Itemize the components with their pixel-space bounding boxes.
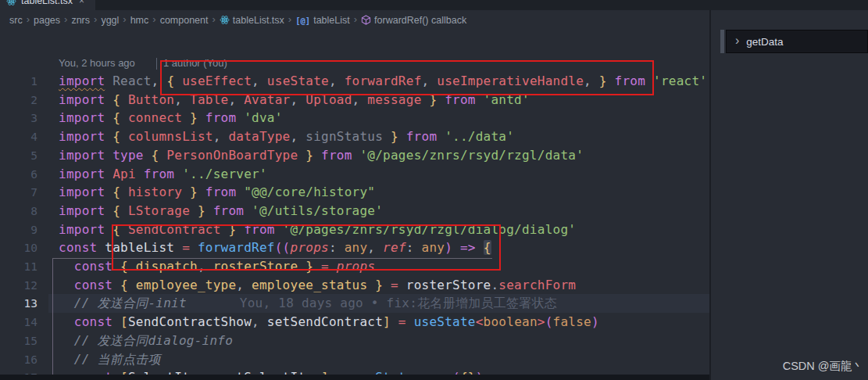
breadcrumb-separator-icon: › (27, 13, 30, 25)
code-token (59, 259, 74, 274)
line-number[interactable]: 13 (0, 294, 38, 313)
code-token (59, 352, 74, 367)
line-number[interactable]: 2 (0, 91, 38, 109)
code-token: const (74, 278, 113, 292)
code-token: } (182, 185, 198, 199)
code-line: 7import { history } from "@@/core/histor… (0, 183, 709, 202)
code-token: React (113, 73, 151, 88)
code-token: { (105, 110, 120, 125)
line-number[interactable]: 10 (0, 238, 38, 257)
code-token: from (198, 185, 236, 199)
code-token: , (236, 278, 252, 292)
tab-label: tableList.tsx (21, 0, 73, 6)
breadcrumb-item-znrs[interactable]: znrs (71, 15, 90, 26)
breadcrumb-item-pages[interactable]: pages (34, 15, 60, 26)
code-token: < (476, 314, 484, 329)
code-line: 15 // 发送合同dialog-info (0, 332, 709, 350)
code-token: { (113, 278, 128, 292)
code-token: { (105, 129, 120, 144)
line-number[interactable]: 1 (0, 72, 38, 91)
line-number[interactable]: 15 (0, 332, 38, 350)
line-number[interactable]: 16 (0, 350, 38, 369)
breadcrumb-item-component[interactable]: component (160, 15, 209, 26)
line-number[interactable]: 5 (0, 146, 38, 165)
code-token: employee_type (128, 278, 236, 292)
code-token: import (59, 129, 105, 144)
close-icon[interactable]: × (79, 0, 84, 6)
code-token: '../data' (437, 129, 514, 144)
breadcrumb-item-yggl[interactable]: yggl (101, 15, 119, 26)
code-token: const (74, 314, 113, 329)
sticky-scroll-getdata[interactable]: › getData (726, 30, 868, 53)
code-token: employee_status (252, 278, 367, 292)
breadcrumb-item-hmc[interactable]: hmc (130, 15, 149, 26)
breadcrumb-label: component (160, 15, 209, 26)
code-token: from (398, 129, 437, 144)
code-token: , (290, 129, 305, 144)
code-token: rosterStore (398, 278, 491, 292)
code-token: ) (591, 314, 599, 329)
breadcrumb-item-forwardref-callback[interactable]: forwardRef() callback (361, 15, 466, 26)
code-line: 13 // 发送合同-initYou, 18 days ago • fix:花名… (0, 294, 709, 313)
line-number[interactable]: 8 (0, 202, 38, 220)
breadcrumb-separator-icon: › (152, 13, 155, 25)
code-token: , (252, 314, 267, 329)
line-number[interactable]: 6 (0, 165, 38, 184)
code-text: const { employee_type, employee_status }… (59, 276, 576, 295)
line-number[interactable]: 4 (0, 127, 38, 146)
line-number[interactable]: 11 (0, 257, 38, 276)
code-text: import { history } from "@@/core/history… (59, 183, 375, 202)
code-token: { (105, 203, 120, 218)
code-line: 8import { LStorage } from '@/utils/stora… (0, 202, 709, 220)
code-token (59, 296, 74, 310)
code-token (59, 278, 74, 292)
code-token: history (120, 185, 182, 199)
code-token (59, 314, 74, 329)
code-token: ( (545, 314, 553, 329)
code-token: . (491, 278, 498, 292)
code-token (105, 73, 113, 88)
breadcrumb-item-tablelist[interactable]: [@]tableList (295, 15, 350, 26)
code-text: import { LStorage } from '@/utils/storag… (59, 202, 383, 220)
code-token: from (313, 148, 352, 163)
code-token: boolean (484, 314, 538, 329)
chevron-right-icon: › (735, 34, 739, 47)
code-token: signStatus (305, 129, 383, 144)
code-token: columnsList (120, 129, 213, 144)
scrollbar-thumb[interactable] (720, 30, 724, 53)
line-number[interactable]: 12 (0, 276, 38, 295)
sticky-function-name: getData (746, 36, 783, 48)
code-token: = (391, 314, 406, 329)
code-text: // 当前点击项 (59, 350, 161, 369)
breadcrumb-item-tablelist-tsx[interactable]: tableList.tsx (220, 15, 284, 26)
line-number[interactable]: 3 (0, 109, 38, 127)
code-line: 5import type { PersonOnBoardType } from … (0, 146, 709, 165)
tab-tablelist[interactable]: tableList.tsx × (0, 0, 95, 10)
code-token: > (538, 314, 545, 329)
horizontal-scrollbar-track[interactable] (0, 375, 709, 380)
line-number[interactable]: 7 (0, 183, 38, 202)
watermark: CSDN @画龍丶 (783, 359, 863, 374)
code-line: 12 const { employee_type, employee_statu… (0, 276, 709, 295)
code-token: connect (120, 110, 182, 125)
breadcrumb-separator-icon: › (64, 13, 67, 25)
code-token: { (105, 185, 120, 199)
breadcrumb-label: znrs (71, 15, 90, 26)
breadcrumb-separator-icon: › (354, 13, 357, 25)
code-token: false (553, 314, 591, 329)
breadcrumb-label: yggl (101, 15, 119, 26)
breadcrumb-item-src[interactable]: src (9, 15, 23, 26)
react-file-icon (6, 0, 16, 6)
code-token: '../server' (174, 167, 267, 181)
code-token: import (59, 110, 105, 125)
code-line: 3import { connect } from 'dva' (0, 109, 709, 127)
breadcrumb-label: hmc (130, 15, 149, 26)
code-token: [ (113, 314, 128, 329)
react-icon (220, 15, 230, 25)
line-number[interactable]: 9 (0, 220, 38, 239)
editor-split-divider[interactable] (709, 10, 711, 380)
code-token: = (383, 278, 398, 292)
code-text: const [SendContractShow, setSendContract… (59, 313, 599, 332)
breadcrumb-separator-icon: › (288, 13, 291, 25)
line-number[interactable]: 14 (0, 313, 38, 332)
